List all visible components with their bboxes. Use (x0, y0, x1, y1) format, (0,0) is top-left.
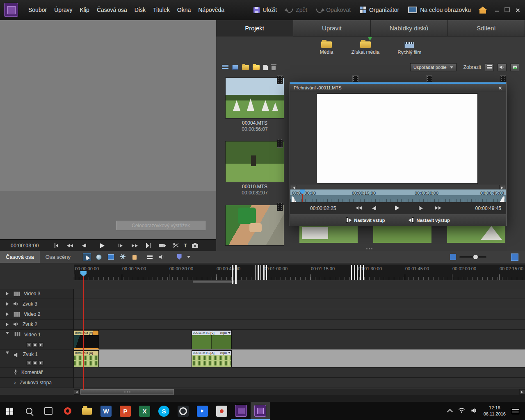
taskbar-app-skype[interactable]: S (154, 402, 173, 420)
insert-clip-icon[interactable] (159, 244, 166, 247)
menu-soubor[interactable]: Soubor (25, 7, 50, 13)
sort-dropdown[interactable]: Uspořádat podle (410, 63, 457, 71)
get-media-button[interactable]: Získat média (351, 39, 379, 55)
dialog-play-button[interactable] (395, 205, 399, 210)
scroll-right-icon[interactable] (519, 389, 525, 395)
next-edit-icon[interactable] (146, 243, 151, 248)
chevron-down-icon[interactable] (228, 352, 231, 354)
media-item-partial[interactable] (226, 205, 284, 245)
clip-00011-video[interactable]: 00011.MTS [V] clipu (192, 330, 232, 349)
taskbar-app-powerpoint[interactable]: P (116, 402, 135, 420)
menu-okna[interactable]: Okna (173, 7, 194, 13)
next-keyframe-icon[interactable] (39, 361, 43, 365)
add-folder-icon[interactable] (253, 65, 260, 70)
track-header-zvukova-stopa[interactable]: ♪ Zvuková stopa (0, 378, 74, 388)
taskbar-app-excel[interactable]: X (135, 402, 154, 420)
dialog-ruler[interactable]: 00:00:00:00 00:00:15:00 00:00:30:00 00:0… (290, 189, 506, 202)
chevron-down-icon[interactable] (228, 332, 231, 334)
tab-nabidky-disku[interactable]: Nabídky disků (371, 20, 448, 37)
tray-expand-icon[interactable] (447, 409, 453, 414)
track-lane-komentar[interactable] (74, 368, 525, 378)
dialog-frame-forward-icon[interactable] (419, 206, 423, 210)
quick-movie-button[interactable]: Rychlý film (397, 39, 421, 55)
media-item-00004[interactable]: 00004.MTS 00:00:56:07 (226, 78, 284, 132)
tab-sceneline[interactable]: Osa scény (40, 251, 76, 263)
expand-icon[interactable] (6, 323, 9, 326)
audio-mix-icon[interactable] (158, 253, 166, 261)
home-icon[interactable] (479, 10, 486, 14)
timeline-ruler[interactable]: 00:00:00:00 00:00:15:00 00:00:30:00 00:0… (74, 265, 525, 280)
snapshot-icon[interactable] (192, 242, 198, 249)
in-point-handle[interactable] (292, 196, 296, 202)
add-keyframe-icon[interactable] (32, 361, 37, 365)
taskbar-app-explorer[interactable] (77, 402, 96, 420)
tab-upravit[interactable]: Upravit (293, 20, 370, 37)
track-header-zvuk3[interactable]: Zvuk 3 (0, 299, 74, 309)
timeline-scrollbar[interactable] (74, 389, 525, 395)
zoom-slider[interactable] (459, 256, 486, 258)
track-lane-video3[interactable] (74, 289, 525, 299)
filter-photo-icon[interactable] (510, 64, 519, 71)
taskbar-app-word[interactable]: W (96, 402, 116, 420)
snap-tool-icon[interactable] (119, 253, 127, 261)
clip-menu-label[interactable]: clipu (220, 331, 227, 335)
clip-00011-audio[interactable]: 00011.MTS [A] clipu (192, 350, 232, 367)
skip-forward-icon[interactable] (132, 244, 138, 247)
web-tool-icon[interactable] (95, 253, 103, 261)
text-tool-icon[interactable]: T (184, 242, 187, 249)
track-lane-zvuk2[interactable] (74, 320, 525, 330)
menu-upravy[interactable]: Úpravy (50, 7, 76, 13)
menu-titulek[interactable]: Titulek (149, 7, 173, 13)
volume-icon[interactable] (471, 407, 477, 415)
selection-tool-icon[interactable] (83, 253, 91, 261)
trash-icon[interactable] (272, 66, 276, 70)
dialog-rewind-icon[interactable] (356, 206, 362, 210)
track-header-zvuk1[interactable]: Zvuk 1 (0, 349, 74, 368)
tab-timeline[interactable]: Časová osa (0, 251, 40, 263)
filter-video-icon[interactable] (485, 64, 494, 71)
dialog-close-icon[interactable] (498, 86, 502, 90)
menu-klip[interactable]: Klip (76, 7, 93, 13)
tab-sdileni[interactable]: Sdílení (448, 20, 525, 37)
dialog-frame-back-icon[interactable] (372, 206, 376, 210)
taskbar-app-light[interactable] (212, 402, 231, 420)
expand-icon[interactable] (6, 292, 9, 295)
tab-projekt[interactable]: Projekt (216, 20, 293, 37)
menu-disk[interactable]: Disk (131, 7, 149, 13)
task-view-button[interactable] (39, 402, 58, 420)
undo-button[interactable]: Zpět (281, 7, 312, 13)
prev-keyframe-icon[interactable] (26, 342, 31, 347)
zoom-in-icon[interactable] (511, 253, 518, 261)
marquee-tool-icon[interactable] (107, 253, 115, 261)
zoom-out-icon[interactable] (450, 254, 456, 260)
taskbar-app-premiere-organizer[interactable] (231, 402, 251, 420)
list-view-icon[interactable] (222, 65, 228, 70)
menu-casova-osa[interactable]: Časová osa (93, 7, 131, 13)
scrollbar-thumb[interactable] (80, 389, 174, 395)
media-thumbnail-partial[interactable] (447, 226, 505, 243)
fullscreen-button[interactable]: Na celou obrazovku (404, 7, 475, 13)
network-icon[interactable] (458, 407, 465, 415)
action-center-icon[interactable] (512, 408, 519, 414)
scroll-left-icon[interactable] (74, 389, 80, 395)
clip-intro-audio[interactable]: Intro.m2t [A] (74, 350, 99, 367)
track-header-komentar[interactable]: Komentář (0, 368, 74, 378)
track-header-video2[interactable]: Video 2 (0, 309, 74, 320)
taskbar-app-premiere-editor[interactable] (251, 402, 270, 420)
track-header-video1[interactable]: Video 1 (0, 330, 74, 349)
expand-icon[interactable] (6, 302, 9, 306)
track-lane-zvuk3[interactable] (74, 299, 525, 309)
track-lane-zvukova-stopa[interactable] (74, 378, 525, 388)
expand-icon[interactable] (6, 313, 9, 316)
new-item-icon[interactable] (263, 65, 268, 70)
media-thumbnail-partial[interactable] (299, 226, 358, 243)
maximize-button[interactable] (504, 7, 510, 12)
media-button[interactable]: Média (320, 39, 333, 55)
split-clip-icon[interactable] (173, 242, 179, 249)
minimize-button[interactable] (495, 11, 499, 11)
out-point-handle[interactable] (500, 196, 504, 202)
track-header-video3[interactable]: Video 3 (0, 289, 74, 299)
clock[interactable]: 12:16 06.11.2016 (484, 405, 506, 417)
add-marker-icon[interactable] (55, 243, 58, 248)
redo-button[interactable]: Opakovat (312, 7, 355, 13)
